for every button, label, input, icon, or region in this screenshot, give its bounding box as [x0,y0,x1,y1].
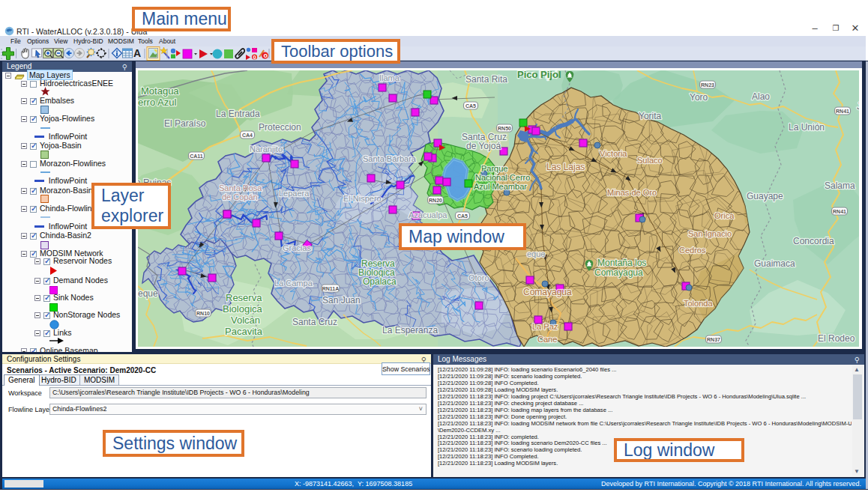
svg-text:eque: eque [138,288,158,299]
svg-text:Azul Meambar: Azul Meambar [474,182,527,191]
svg-text:El Rodeo: El Rodeo [818,333,855,344]
svg-text:RN41: RN41 [833,209,846,214]
svg-text:El Paraíso: El Paraíso [164,118,206,129]
svg-text:CA4: CA4 [242,133,253,138]
svg-text:Sulaco: Sulaco [637,156,663,165]
svg-text:Nacional Cerro: Nacional Cerro [475,173,530,182]
svg-text:Biologica: Biologica [223,303,263,315]
svg-text:Cedros: Cedros [679,246,706,255]
svg-text:RN20: RN20 [429,198,442,203]
svg-text:Motagua: Motagua [141,85,179,97]
svg-text:Minas de Oro: Minas de Oro [607,188,657,197]
svg-text:RN11A: RN11A [322,286,340,291]
svg-text:Ja: Ja [857,101,859,112]
svg-text:Santa Cruz: Santa Cruz [292,317,337,327]
svg-text:Santa Bárbara: Santa Bárbara [363,154,417,163]
svg-text:Las Lajas: Las Lajas [546,162,585,172]
svg-text:Parque: Parque [481,164,507,173]
svg-text:La Paz: La Paz [532,322,558,331]
svg-text:Comayagua: Comayagua [523,287,572,297]
svg-text:Tolonda: Tolonda [684,299,713,308]
svg-text:CA5: CA5 [465,103,476,109]
svg-text:Santa Rita: Santa Rita [465,74,507,85]
svg-text:RN10: RN10 [196,311,210,316]
svg-text:0: 0 [253,54,256,61]
svg-text:Volcan: Volcan [231,315,260,326]
svg-text:Reserva: Reserva [226,292,262,303]
svg-text:Cane: Cane [537,335,557,344]
svg-text:San Ignacio: San Ignacio [688,229,732,238]
svg-text:Gracias: Gracias [283,243,311,252]
svg-text:Otoro: Otoro [468,273,489,282]
svg-text:Concordia: Concordia [793,236,834,246]
svg-text:eque: eque [527,249,545,258]
svg-text:La Entrada: La Entrada [216,109,260,119]
svg-text:Pico Pijol: Pico Pijol [517,70,561,80]
svg-text:Proteccion: Proteccion [259,122,301,133]
svg-text:Azacualpa: Azacualpa [409,210,447,219]
svg-text:Salama: Salama [825,180,855,191]
svg-text:de Copán: de Copán [222,192,258,201]
svg-text:RN37: RN37 [707,337,720,342]
svg-text:Victoria: Victoria [600,149,627,158]
svg-text:CA11: CA11 [190,154,203,159]
svg-text:Naranjito: Naranjito [250,145,283,154]
svg-text:o: o [263,52,268,59]
svg-text:Comayagua: Comayagua [594,267,643,278]
svg-text:Alao: Alao [752,91,770,102]
svg-text:Guaimaca: Guaimaca [754,258,795,269]
svg-text:Opalaca: Opalaca [363,276,397,287]
svg-text:erro Azul: erro Azul [138,97,176,108]
svg-text:San Juan: San Juan [322,295,361,306]
svg-text:La Campa: La Campa [274,279,313,288]
svg-text:A: A [133,47,141,59]
svg-text:Montaña los: Montaña los [597,258,646,268]
svg-text:El Nispero: El Nispero [343,194,382,203]
svg-text:RN41: RN41 [836,109,849,114]
svg-text:Guayape: Guayape [747,191,783,201]
svg-text:Yoro: Yoro [690,92,708,103]
svg-text:Ilama: Ilama [379,73,400,82]
svg-text:Santa Rosa: Santa Rosa [219,183,262,192]
svg-text:RN50: RN50 [498,126,511,131]
svg-text:CA5: CA5 [457,213,468,219]
svg-text:Pacavita: Pacavita [225,326,263,337]
svg-text:de Yojoá: de Yojoá [466,141,501,151]
svg-text:RN23: RN23 [701,82,714,88]
svg-text:La Unión: La Unión [789,122,825,133]
svg-text:La Esperanza: La Esperanza [382,325,438,335]
svg-text:Orica: Orica [714,211,735,220]
svg-text:Yorita: Yorita [639,111,662,121]
svg-text:Lepaera: Lepaera [279,189,310,198]
